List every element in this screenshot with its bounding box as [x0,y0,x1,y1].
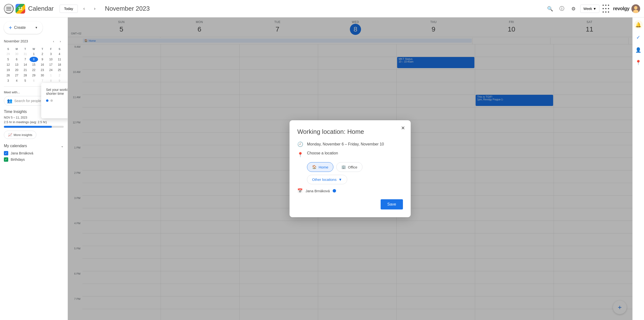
mini-cal-day[interactable]: 23 [38,67,46,73]
mini-cal-day[interactable]: 8 [46,78,55,83]
mini-cal-day[interactable]: 4 [55,51,64,57]
tasks-icon[interactable]: ✓ [634,33,643,42]
mini-cal-day[interactable]: 29 [4,51,12,57]
modal-date-row: 🕘 Monday, November 6 – Friday, November … [297,141,403,147]
mini-cal-day[interactable]: 27 [12,73,21,78]
mini-prev-button[interactable]: ‹ [50,38,57,45]
settings-button[interactable]: ⚙ [569,4,578,14]
notification-icon[interactable]: 🔔 [634,20,643,29]
attendee-status-dot [333,189,336,192]
tooltip-dot-inactive [50,99,53,102]
apps-dot [608,5,609,6]
office-location-button[interactable]: 🏢 Office [336,162,362,172]
modal-close-button[interactable]: ✕ [399,124,407,132]
apps-dot [602,12,604,13]
mini-cal-day[interactable]: 5 [21,78,30,83]
create-button[interactable]: + Create ▼ [4,21,43,34]
contacts-icon[interactable]: 👤 [634,46,643,54]
insights-text: 2.5 hr in meetings (avg: 2.5 hr) [4,120,64,124]
home-location-button[interactable]: 🏠 Home [307,162,334,172]
mini-cal-day[interactable]: 3 [46,51,55,57]
more-insights-button[interactable]: 📈 More insights [4,131,36,139]
mini-cal-day[interactable]: 4 [12,78,21,83]
right-sidebar: 🔔 ✓ 👤 📍 [632,18,644,320]
mini-cal-day[interactable]: 9 [38,57,46,62]
choose-location-label: Choose a location [307,151,338,155]
mini-cal-day[interactable]: 30 [38,73,46,78]
mini-cal-day[interactable]: 9 [55,78,64,83]
calendar-item[interactable]: ✓Birthdays [4,156,64,163]
user-avatar[interactable] [632,4,640,13]
mini-cal-table: SMTWTFS 29303112345678910111213141516171… [4,47,64,83]
apps-dot [602,8,604,9]
mini-cal-day[interactable]: 7 [21,57,30,62]
mini-cal-day[interactable]: 22 [30,67,38,73]
mini-cal-day[interactable]: 16 [38,62,46,67]
mini-cal-day[interactable]: 25 [55,67,64,73]
header-month-title: November 2023 [105,5,150,12]
google-logo: 12 [16,4,25,14]
mini-cal-day[interactable]: 24 [46,67,55,73]
mini-cal-day[interactable]: 1 [46,73,55,78]
apps-button[interactable] [601,4,611,14]
mini-cal-day[interactable]: 2 [38,51,46,57]
mini-cal-day[interactable]: 19 [4,67,12,73]
mini-cal-day[interactable]: 11 [55,57,64,62]
maps-icon[interactable]: 📍 [634,58,643,67]
mini-cal-day[interactable]: 15 [30,62,38,67]
apps-dot [605,5,606,6]
time-insights-title: Time Insights [4,110,27,114]
menu-button[interactable] [4,4,14,14]
working-location-modal: ✕ Working location: Home 🕘 Monday, Novem… [290,120,411,217]
brand-logo: revolgy [613,6,630,12]
location-pin-icon: 📍 [297,152,303,158]
mini-cal-day[interactable]: 31 [21,51,30,57]
mini-cal-day[interactable]: 30 [12,51,21,57]
mini-cal-day[interactable]: 8 [30,57,38,62]
help-button[interactable]: ⓘ [557,4,567,14]
mini-cal-day[interactable]: 3 [4,78,12,83]
view-dropdown[interactable]: Week ▼ [580,5,600,13]
apps-dot [608,12,609,13]
modal-footer: Save [297,199,403,209]
more-insights-label: More insights [14,133,32,137]
prev-button[interactable]: ‹ [80,4,88,13]
office-btn-icon: 🏢 [342,165,346,169]
sidebar: + Create ▼ November 2023 ‹ › SMTWTFS 293… [0,18,68,320]
mini-cal-day[interactable]: 10 [46,57,55,62]
insights-icon: 📈 [8,133,12,137]
mini-cal-day[interactable]: 5 [4,57,12,62]
mini-cal-day[interactable]: 2 [55,73,64,78]
calendar-checkbox: ✓ [4,151,8,155]
search-button[interactable]: 🔍 [546,4,555,14]
clock-icon: 🕘 [297,141,303,147]
mini-cal-day[interactable]: 29 [30,73,38,78]
calendar-item[interactable]: ✓Jana Brnáková [4,150,64,156]
mini-cal-day[interactable]: 6 [30,78,38,83]
mini-cal-day[interactable]: 13 [12,62,21,67]
mini-cal-day[interactable]: 14 [21,62,30,67]
modal-overlay[interactable]: ✕ Working location: Home 🕘 Monday, Novem… [68,18,632,320]
other-locations-button[interactable]: Other locations ▼ [307,175,347,184]
mini-next-button[interactable]: › [57,38,64,45]
calendar-area: GMT+02 SUN 5 MON 6 TUE 7 WED 8 THU 9 [68,18,632,320]
mini-cal-day[interactable]: 20 [12,67,21,73]
my-calendars-chevron[interactable]: ⌄ [61,144,64,148]
mini-cal-day[interactable]: 28 [21,73,30,78]
mini-cal-day[interactable]: 6 [12,57,21,62]
mini-cal-day[interactable]: 1 [30,51,38,57]
mini-cal-day[interactable]: 18 [55,62,64,67]
today-button[interactable]: Today [60,5,78,13]
attendee-row: 📅 Jana Brnáková [297,188,403,193]
mini-cal-day[interactable]: 21 [21,67,30,73]
people-icon: 👥 [7,98,12,104]
app-header: 12 Calendar Today ‹ › November 2023 🔍 ⓘ … [0,0,644,18]
next-button[interactable]: › [90,4,99,13]
mini-cal-day[interactable]: 17 [46,62,55,67]
mini-cal-day[interactable]: 26 [4,73,12,78]
mini-cal-day[interactable]: 7 [38,78,46,83]
save-button[interactable]: Save [381,199,403,209]
tooltip-actions: Dismiss Next [46,106,68,113]
insights-progress-bar [4,126,64,128]
mini-cal-day[interactable]: 12 [4,62,12,67]
